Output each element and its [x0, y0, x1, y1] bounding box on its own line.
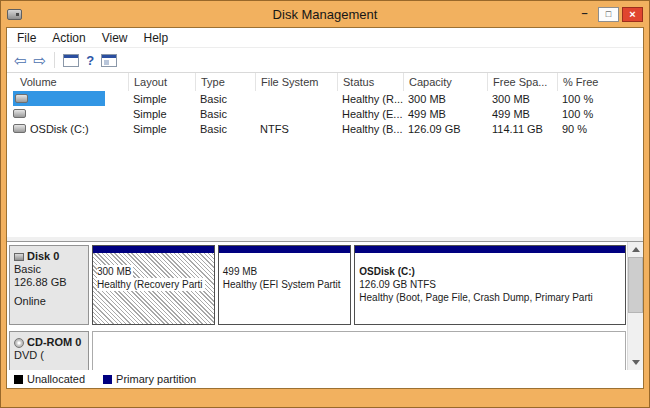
graphical-view: Disk 0 Basic 126.88 GB Online 300 MB Hea… [7, 241, 643, 388]
window-content: File Action View Help ⇦ ⇨ ? Volume Layou… [6, 27, 644, 389]
back-icon[interactable]: ⇦ [14, 53, 27, 68]
drive-icon [13, 124, 26, 133]
minimize-button[interactable]: – [574, 7, 595, 22]
volume-row-osdisk[interactable]: OSDisk (C:) Simple Basic NTFS Healthy (B… [7, 121, 643, 136]
cell-pct-free: 100 % [558, 108, 643, 120]
selected-volume-highlight [13, 91, 105, 106]
cell-layout: Simple [129, 108, 196, 120]
cell-capacity: 126.09 GB [404, 123, 488, 135]
partition-size: 499 MB [223, 265, 347, 278]
volume-list: Volume Layout Type File System Status Ca… [7, 73, 643, 237]
menu-help[interactable]: Help [136, 31, 177, 45]
unallocated-swatch [14, 375, 23, 384]
disk0-partitions: 300 MB Healthy (Recovery Parti 499 MB He… [92, 245, 626, 325]
partition-status: Healthy (Recovery Parti [97, 278, 205, 291]
legend-label: Primary partition [116, 373, 196, 385]
cell-layout: Simple [129, 123, 196, 135]
partition-recovery[interactable]: 300 MB Healthy (Recovery Parti [92, 245, 215, 325]
disk0-label[interactable]: Disk 0 Basic 126.88 GB Online [9, 245, 89, 325]
column-header-layout[interactable]: Layout [129, 73, 196, 91]
toolbar: ⇦ ⇨ ? [7, 48, 643, 73]
disk-icon [14, 253, 24, 261]
cell-type: Basic [196, 93, 256, 105]
partition-status: Healthy (Boot, Page File, Crash Dump, Pr… [359, 291, 621, 304]
legend-label: Unallocated [27, 373, 85, 385]
cdrom-icon [14, 338, 24, 348]
menu-action[interactable]: Action [44, 31, 93, 45]
disk-name: Disk 0 [27, 250, 59, 263]
window-title: Disk Management [1, 7, 649, 22]
titlebar[interactable]: Disk Management – □ × [1, 1, 649, 27]
toolbar-separator [54, 52, 55, 68]
cell-free-space: 300 MB [488, 93, 558, 105]
help-icon[interactable]: ? [86, 53, 94, 68]
volume-name: OSDisk (C:) [30, 123, 89, 135]
cell-status: Healthy (B... [338, 123, 404, 135]
scroll-down-button[interactable] [628, 355, 643, 370]
scroll-up-button[interactable] [628, 242, 643, 257]
arrow-up-icon [632, 247, 640, 252]
partition-osdisk[interactable]: OSDisk (C:) 126.09 GB NTFS Healthy (Boot… [354, 245, 626, 325]
cell-type: Basic [196, 123, 256, 135]
menu-file[interactable]: File [9, 31, 44, 45]
arrow-down-icon [632, 360, 640, 365]
volume-row-efi[interactable]: Simple Basic Healthy (E... 499 MB 499 MB… [7, 106, 643, 121]
cdrom-media-area[interactable] [92, 331, 626, 370]
disk-status: Online [14, 295, 84, 308]
list-header: Volume Layout Type File System Status Ca… [7, 73, 643, 91]
cdrom-name: CD-ROM 0 [27, 336, 81, 349]
column-header-status[interactable]: Status [338, 73, 404, 91]
partition-name: OSDisk (C:) [359, 265, 621, 278]
cell-capacity: 499 MB [404, 108, 488, 120]
cdrom0-label[interactable]: CD-ROM 0 DVD ( [9, 331, 89, 370]
maximize-button[interactable]: □ [598, 7, 619, 22]
cell-capacity: 300 MB [404, 93, 488, 105]
column-header-type[interactable]: Type [196, 73, 256, 91]
close-button[interactable]: × [622, 7, 643, 22]
column-header-volume[interactable]: Volume [7, 73, 129, 91]
legend-unallocated: Unallocated [14, 373, 85, 385]
legend-bar: Unallocated Primary partition [7, 370, 643, 388]
column-header-free-space[interactable]: Free Spa... [488, 73, 558, 91]
partition-efi[interactable]: 499 MB Healthy (EFI System Partit [218, 245, 352, 325]
cell-status: Healthy (E... [338, 108, 404, 120]
action-pane-icon[interactable] [101, 54, 117, 67]
disk-size: 126.88 GB [14, 276, 84, 289]
partition-color-stripe [219, 246, 351, 253]
partition-status: Healthy (EFI System Partit [223, 278, 347, 291]
cdrom-type: DVD ( [14, 349, 84, 362]
cell-pct-free: 90 % [558, 123, 643, 135]
drive-icon [13, 109, 26, 118]
cdrom0-row: CD-ROM 0 DVD ( [9, 331, 626, 370]
window-controls: – □ × [574, 7, 643, 22]
cell-free-space: 499 MB [488, 108, 558, 120]
menu-view[interactable]: View [94, 31, 136, 45]
cell-status: Healthy (R... [338, 93, 404, 105]
cell-file-system: NTFS [256, 123, 338, 135]
partition-color-stripe [93, 246, 214, 253]
cell-layout: Simple [129, 93, 196, 105]
column-header-capacity[interactable]: Capacity [404, 73, 488, 91]
menubar: File Action View Help [7, 28, 643, 48]
primary-partition-swatch [103, 375, 112, 384]
volume-row-recovery[interactable]: Simple Basic Healthy (R... 300 MB 300 MB… [7, 91, 643, 106]
partition-size: 300 MB [97, 265, 133, 278]
drive-icon [15, 94, 28, 103]
column-header-pct-free[interactable]: % Free [558, 73, 643, 91]
console-tree-icon[interactable] [63, 54, 79, 67]
legend-primary-partition: Primary partition [103, 373, 196, 385]
cell-pct-free: 100 % [558, 93, 643, 105]
column-header-file-system[interactable]: File System [256, 73, 338, 91]
forward-icon[interactable]: ⇨ [34, 53, 47, 68]
partition-size: 126.09 GB NTFS [359, 278, 621, 291]
disk-list: Disk 0 Basic 126.88 GB Online 300 MB Hea… [9, 245, 626, 370]
cell-type: Basic [196, 108, 256, 120]
disk-management-window: Disk Management – □ × File Action View H… [0, 0, 650, 408]
disk-type: Basic [14, 263, 84, 276]
disk0-row: Disk 0 Basic 126.88 GB Online 300 MB Hea… [9, 245, 626, 325]
partition-color-stripe [355, 246, 625, 253]
cell-free-space: 114.11 GB [488, 123, 558, 135]
vertical-scrollbar[interactable] [627, 242, 643, 370]
scrollbar-thumb[interactable] [628, 257, 643, 313]
